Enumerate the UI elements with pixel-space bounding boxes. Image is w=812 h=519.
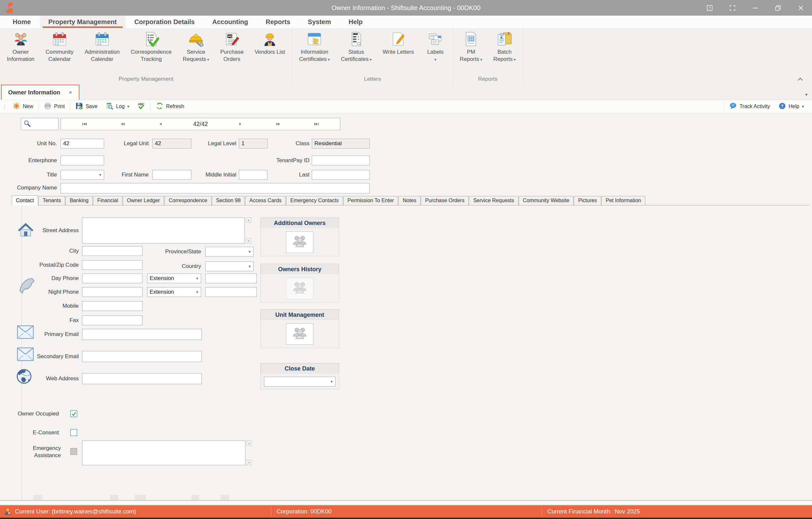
go-next-button[interactable] bbox=[235, 119, 246, 129]
menu-tab-help[interactable]: Help bbox=[340, 16, 371, 28]
clipped-content bbox=[221, 495, 229, 500]
tab-emergency-contacts[interactable]: Emergency Contacts bbox=[286, 196, 343, 205]
e-consent-checkbox[interactable] bbox=[70, 429, 77, 436]
unit-management-button[interactable] bbox=[286, 323, 313, 345]
scroll-down-icon[interactable]: ▼ bbox=[246, 460, 252, 465]
go-next-fast-button[interactable] bbox=[273, 119, 284, 129]
mobile-input[interactable] bbox=[82, 301, 143, 311]
menu-tab-system[interactable]: System bbox=[299, 16, 340, 28]
tab-correspondence[interactable]: Correspondence bbox=[164, 196, 211, 205]
ribbon-item-administration-calendar[interactable]: AdministrationCalendar bbox=[79, 31, 125, 63]
fax-input[interactable] bbox=[82, 316, 143, 325]
record-navigator: 42/42 bbox=[61, 118, 341, 130]
web-address-input[interactable] bbox=[82, 373, 202, 384]
fullscreen-icon[interactable] bbox=[721, 0, 744, 16]
owners-history-button[interactable] bbox=[286, 278, 313, 299]
window-help-icon[interactable]: ? bbox=[698, 0, 721, 16]
day-phone-input[interactable] bbox=[82, 273, 143, 283]
ribbon-item-labels[interactable]: Labels▾ bbox=[419, 31, 452, 64]
ribbon-item-owner-information[interactable]: OwnerInformation bbox=[1, 31, 40, 63]
tab-pet-information[interactable]: Pet Information bbox=[602, 196, 645, 205]
toolbar-spell-check-button[interactable]: ABC bbox=[134, 100, 149, 113]
toolbar-log-button[interactable]: Log▾ bbox=[102, 100, 134, 113]
ribbon-item-pm-reports[interactable]: PMReports ▾ bbox=[454, 31, 488, 64]
ribbon-item-write-letters[interactable]: Write Letters bbox=[377, 31, 419, 56]
user-icon bbox=[4, 508, 12, 515]
scroll-up-icon[interactable]: ▲ bbox=[246, 440, 252, 446]
menu-tab-reports[interactable]: Reports bbox=[257, 16, 299, 28]
toolbar-save-button[interactable]: Save bbox=[71, 100, 102, 113]
tab-pictures[interactable]: Pictures bbox=[574, 196, 601, 205]
toolbar-track-activity-button[interactable]: iTrack Activity bbox=[725, 100, 774, 113]
company-name-input[interactable] bbox=[61, 183, 370, 193]
toolbar-new-button[interactable]: New bbox=[8, 100, 37, 113]
emergency-assistance-scroll[interactable]: ▲▼ bbox=[246, 440, 252, 465]
restore-icon[interactable] bbox=[766, 0, 789, 16]
ribbon-item-label: Labels▾ bbox=[427, 49, 443, 63]
chevron-down-icon: ▾ bbox=[513, 57, 516, 62]
minimize-icon[interactable] bbox=[744, 0, 766, 16]
collapse-ribbon-icon[interactable] bbox=[797, 77, 804, 82]
secondary-email-input[interactable] bbox=[82, 351, 202, 362]
night-phone-extension-input[interactable] bbox=[205, 287, 257, 297]
tab-financial[interactable]: Financial bbox=[93, 196, 122, 205]
emergency-assistance-input[interactable] bbox=[82, 440, 245, 465]
tab-section-98[interactable]: Section 98 bbox=[212, 196, 245, 205]
toolbar-help-button[interactable]: ?Help▾ bbox=[774, 100, 808, 113]
tab-access-cards[interactable]: Access Cards bbox=[245, 196, 286, 205]
day-phone-extension-input[interactable] bbox=[205, 273, 257, 283]
ribbon-item-correspondence-tracking[interactable]: CorrespondenceTracking bbox=[125, 31, 177, 63]
menu-tab-property-management[interactable]: Property Management bbox=[40, 16, 126, 28]
tab-owner-ledger[interactable]: Owner Ledger bbox=[123, 196, 164, 205]
go-previous-button[interactable] bbox=[155, 119, 166, 129]
section-tabs: ContactTenantsBankingFinancialOwner Ledg… bbox=[12, 195, 809, 206]
tab-purchase-orders[interactable]: Purchase Orders bbox=[421, 196, 469, 205]
enterphone-input[interactable] bbox=[61, 156, 104, 165]
tab-notes[interactable]: Notes bbox=[398, 196, 420, 205]
owner-occupied-checkbox[interactable] bbox=[70, 410, 77, 417]
night-phone-extension-select[interactable]: Extension▾ bbox=[147, 287, 201, 297]
close-date-select[interactable]: ▾ bbox=[264, 377, 336, 386]
tab-tenants[interactable]: Tenants bbox=[38, 196, 65, 205]
night-phone-input[interactable] bbox=[82, 287, 143, 297]
tenantpay-id-input[interactable] bbox=[312, 156, 370, 165]
street-address-scroll[interactable]: ▲▼ bbox=[246, 218, 251, 244]
record-search-input[interactable] bbox=[21, 118, 59, 130]
tab-banking[interactable]: Banking bbox=[65, 196, 93, 205]
ribbon-item-purchase-orders[interactable]: POPurchaseOrders bbox=[215, 31, 249, 63]
tab-contact[interactable]: Contact bbox=[12, 195, 38, 206]
tab-permission-to-enter[interactable]: Permission To Enter bbox=[343, 196, 398, 205]
ribbon-item-status-certificates[interactable]: StatusCertificates ▾ bbox=[335, 31, 377, 64]
menu-tab-accounting[interactable]: Accounting bbox=[203, 16, 257, 28]
ribbon-item-information-certificates[interactable]: InformationCertificates ▾ bbox=[294, 31, 335, 64]
toolbar-grip[interactable]: ⋮ bbox=[0, 104, 8, 110]
scroll-up-icon[interactable]: ▲ bbox=[246, 218, 251, 223]
ribbon-item-service-requests[interactable]: ServiceRequests ▾ bbox=[177, 31, 214, 64]
primary-email-input[interactable] bbox=[82, 329, 202, 340]
ribbon-item-vendors-list[interactable]: Vendors List bbox=[249, 31, 291, 56]
street-address-input[interactable] bbox=[82, 218, 245, 244]
toolbar-refresh-button[interactable]: Refresh bbox=[152, 100, 188, 113]
additional-owners-button[interactable] bbox=[286, 231, 313, 253]
close-icon[interactable] bbox=[789, 0, 812, 16]
scroll-down-icon[interactable]: ▼ bbox=[246, 238, 251, 244]
ribbon-item-batch-reports[interactable]: BatchReports ▾ bbox=[488, 31, 521, 64]
go-first-button[interactable] bbox=[79, 119, 90, 129]
ribbon-item-community-calendar[interactable]: CommunityCalendar bbox=[40, 31, 79, 63]
close-date-header: Close Date bbox=[260, 363, 339, 374]
tab-service-requests[interactable]: Service Requests bbox=[469, 196, 518, 205]
last-name-input[interactable] bbox=[312, 170, 370, 180]
tab-list-dropdown-icon[interactable]: ▾ bbox=[805, 92, 807, 97]
chevron-down-icon: ▾ bbox=[194, 290, 201, 294]
tab-close-icon[interactable]: × bbox=[69, 89, 72, 96]
toolbar-print-button[interactable]: Print bbox=[40, 100, 69, 113]
tab-community-website[interactable]: Community Website bbox=[519, 196, 574, 205]
menu-tab-corporation-details[interactable]: Corporation Details bbox=[126, 16, 204, 28]
country-select[interactable]: ▾ bbox=[205, 262, 254, 271]
province-state-select[interactable]: ▾ bbox=[205, 247, 254, 256]
go-previous-fast-button[interactable] bbox=[117, 119, 128, 129]
document-tab-owner-information[interactable]: Owner Information × bbox=[1, 85, 79, 100]
menu-tab-home[interactable]: Home bbox=[4, 16, 40, 28]
day-phone-extension-select[interactable]: Extension▾ bbox=[147, 273, 201, 283]
go-last-button[interactable] bbox=[311, 119, 322, 129]
